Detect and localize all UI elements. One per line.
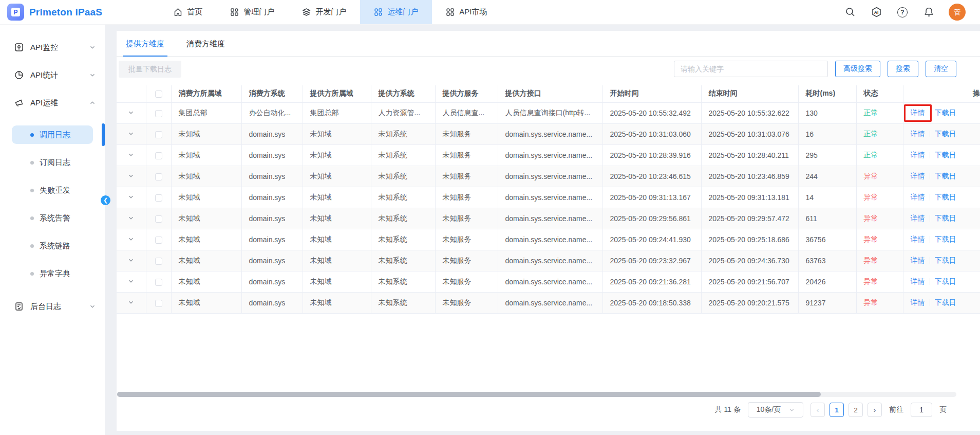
page-size-select[interactable]: 10条/页 bbox=[748, 402, 803, 418]
cell-provider-system: 未知系统 bbox=[371, 123, 435, 144]
dimension-tabs: 提供方维度 消费方维度 bbox=[117, 31, 980, 57]
expand-row-icon[interactable] bbox=[128, 109, 134, 117]
detail-link[interactable]: 详情 bbox=[911, 151, 925, 159]
status-badge: 正常 bbox=[864, 151, 878, 159]
tab-provider-dimension[interactable]: 提供方维度 bbox=[123, 31, 167, 56]
sidebar-item-api-monitor[interactable]: API监控 bbox=[14, 37, 96, 58]
advanced-search-button[interactable]: 高级搜索 bbox=[835, 61, 880, 77]
batch-download-button[interactable]: 批量下载日志 bbox=[119, 61, 181, 78]
goto-page-input[interactable] bbox=[911, 403, 932, 417]
prev-page-button[interactable]: ‹ bbox=[811, 403, 825, 417]
cell-start-time: 2025-05-20 09:24:41.930 bbox=[602, 229, 701, 250]
table-row: 未知域domain.sys未知域未知系统未知服务domain.sys.servi… bbox=[117, 271, 980, 292]
row-checkbox[interactable] bbox=[155, 300, 162, 307]
detail-link[interactable]: 详情 bbox=[911, 277, 925, 285]
download-log-link[interactable]: 下载日志 bbox=[935, 193, 956, 201]
cell-end-time: 2025-05-20 10:23:46.859 bbox=[701, 166, 798, 187]
cell-end-time: 2025-05-20 10:28:40.211 bbox=[701, 144, 798, 166]
horizontal-scrollbar-track[interactable] bbox=[117, 392, 956, 397]
expand-row-icon[interactable] bbox=[128, 193, 134, 202]
header-provider-interface: 提供方接口 bbox=[498, 85, 602, 102]
cell-actions: 详情下载日志 bbox=[903, 271, 980, 292]
page-button-1[interactable]: 1 bbox=[830, 403, 844, 417]
notifications-bell-icon[interactable] bbox=[922, 6, 935, 19]
detail-link[interactable]: 详情 bbox=[911, 172, 925, 180]
download-log-link[interactable]: 下载日志 bbox=[935, 214, 956, 222]
clear-button[interactable]: 清空 bbox=[926, 61, 956, 77]
table-body: 集团总部办公自动化...集团总部人力资源管...人员信息查...人员信息查询接口… bbox=[117, 102, 980, 313]
detail-link[interactable]: 详情 bbox=[911, 256, 925, 264]
cell-consumer-domain: 未知域 bbox=[171, 292, 241, 313]
expand-row-icon[interactable] bbox=[128, 172, 134, 180]
sidebar-item-api-stats[interactable]: API统计 bbox=[14, 65, 96, 85]
expand-row-icon[interactable] bbox=[128, 214, 134, 223]
row-checkbox[interactable] bbox=[155, 152, 162, 159]
next-page-button[interactable]: › bbox=[868, 403, 882, 417]
row-checkbox[interactable] bbox=[155, 258, 162, 265]
sidebar-item-subscription-logs[interactable]: 订阅日志 bbox=[12, 153, 93, 172]
download-log-link[interactable]: 下载日志 bbox=[935, 277, 956, 285]
app-title: Primeton iPaaS bbox=[29, 7, 102, 18]
row-checkbox[interactable] bbox=[155, 131, 162, 138]
search-button[interactable]: 搜索 bbox=[888, 61, 918, 77]
keyword-search-input[interactable] bbox=[674, 61, 828, 77]
action-divider bbox=[930, 236, 930, 243]
row-checkbox[interactable] bbox=[155, 173, 162, 180]
sidebar-item-failure-resend[interactable]: 失败重发 bbox=[12, 181, 93, 200]
nav-item-dev-portal[interactable]: 开发门户 bbox=[288, 0, 360, 24]
detail-link[interactable]: 详情 bbox=[911, 298, 925, 306]
page-button-2[interactable]: 2 bbox=[849, 403, 863, 417]
row-checkbox[interactable] bbox=[155, 279, 162, 286]
sidebar-collapse-toggle[interactable]: ❮ bbox=[101, 195, 110, 205]
expand-row-icon[interactable] bbox=[128, 235, 134, 244]
sidebar-item-label: 异常字典 bbox=[40, 269, 70, 279]
nav-item-api-market[interactable]: API市场 bbox=[432, 0, 501, 24]
sidebar-item-api-ops[interactable]: API运维 bbox=[14, 93, 96, 113]
sidebar-item-system-alerts[interactable]: 系统告警 bbox=[12, 209, 93, 227]
download-log-link[interactable]: 下载日志 bbox=[935, 172, 956, 180]
expand-row-icon[interactable] bbox=[128, 278, 134, 286]
detail-link[interactable]: 详情 bbox=[911, 108, 925, 117]
pager: ‹ 1 2 › bbox=[811, 403, 882, 417]
cell-provider-domain: 未知域 bbox=[303, 144, 371, 166]
cell-provider-domain: 未知域 bbox=[303, 166, 371, 187]
row-checkbox[interactable] bbox=[155, 215, 162, 223]
detail-link[interactable]: 详情 bbox=[911, 214, 925, 222]
sidebar-item-exception-dict[interactable]: 异常字典 bbox=[12, 264, 93, 283]
sidebar-item-label: API统计 bbox=[30, 70, 58, 80]
detail-link[interactable]: 详情 bbox=[911, 235, 925, 243]
download-log-link[interactable]: 下载日志 bbox=[935, 235, 956, 243]
nav-item-home[interactable]: 首页 bbox=[160, 0, 216, 24]
nav-item-admin-portal[interactable]: 管理门户 bbox=[216, 0, 288, 24]
horizontal-scrollbar-thumb[interactable] bbox=[117, 392, 821, 397]
header-provider-service: 提供方服务 bbox=[435, 85, 498, 102]
detail-link[interactable]: 详情 bbox=[911, 193, 925, 201]
sidebar-item-backend-logs[interactable]: 后台日志 bbox=[14, 296, 96, 317]
cell-end-time: 2025-05-20 09:24:36.730 bbox=[701, 250, 798, 271]
download-log-link[interactable]: 下载日志 bbox=[935, 151, 956, 159]
download-log-link[interactable]: 下载日志 bbox=[935, 298, 956, 306]
download-log-link[interactable]: 下载日志 bbox=[935, 130, 956, 138]
help-icon[interactable]: ? bbox=[896, 6, 909, 19]
tab-consumer-dimension[interactable]: 消费方维度 bbox=[183, 31, 228, 56]
expand-row-icon[interactable] bbox=[128, 130, 134, 138]
nav-item-ops-portal[interactable]: 运维门户 bbox=[360, 0, 432, 24]
sidebar-item-call-logs[interactable]: 调用日志 bbox=[12, 125, 93, 144]
user-avatar[interactable]: 管 bbox=[949, 4, 966, 21]
table-row: 未知域domain.sys未知域未知系统未知服务domain.sys.servi… bbox=[117, 144, 980, 166]
sidebar-item-system-trace[interactable]: 系统链路 bbox=[12, 237, 93, 255]
search-icon[interactable] bbox=[844, 6, 856, 19]
download-log-link[interactable]: 下载日志 bbox=[935, 256, 956, 264]
row-checkbox[interactable] bbox=[155, 237, 162, 244]
search-group: 高级搜索 搜索 清空 bbox=[674, 61, 956, 77]
top-nav: P Primeton iPaaS 首页 管理门户 开发门户 运维门户 API市场 bbox=[0, 0, 980, 25]
select-all-checkbox[interactable] bbox=[155, 90, 162, 98]
ai-assistant-icon[interactable]: AI bbox=[870, 6, 882, 19]
row-checkbox[interactable] bbox=[155, 110, 162, 117]
expand-row-icon[interactable] bbox=[128, 151, 134, 159]
expand-row-icon[interactable] bbox=[128, 299, 134, 307]
expand-row-icon[interactable] bbox=[128, 257, 134, 265]
download-log-link[interactable]: 下载日志 bbox=[935, 108, 956, 117]
row-checkbox[interactable] bbox=[155, 194, 162, 202]
detail-link[interactable]: 详情 bbox=[911, 130, 925, 138]
